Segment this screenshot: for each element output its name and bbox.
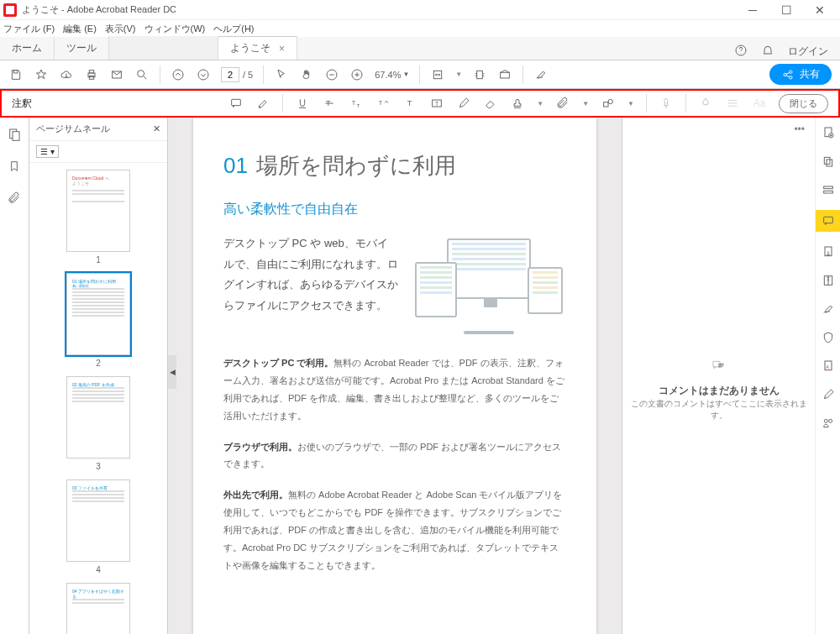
svg-text:T: T — [379, 99, 383, 107]
mail-icon[interactable] — [109, 67, 124, 82]
tab-document-label: ようこそ — [230, 41, 270, 55]
highlight-icon[interactable] — [255, 96, 270, 111]
zoom-level[interactable]: 67.4% ▼ — [375, 70, 409, 80]
search-icon[interactable] — [134, 67, 150, 82]
doc-subheading: 高い柔軟性で自由自在 — [223, 201, 566, 218]
comments-options-icon[interactable]: ••• — [794, 123, 805, 135]
thumbnail-panel-title: ページサムネール — [36, 123, 110, 135]
menu-window[interactable]: ウィンドウ(W) — [144, 23, 206, 35]
rtool-export-icon[interactable]: A — [820, 358, 837, 375]
bell-icon[interactable] — [761, 44, 774, 60]
print-icon[interactable] — [84, 67, 99, 82]
thumbnail-options-icon[interactable]: ☰ ▾ — [36, 145, 59, 158]
rtool-protect-icon[interactable] — [820, 329, 837, 346]
page-input[interactable] — [221, 67, 239, 82]
window-title: ようこそ - Adobe Acrobat Reader DC — [22, 3, 736, 16]
menu-view[interactable]: 表示(V) — [105, 23, 136, 35]
doc-heading: 01場所を問わずに利用 — [223, 151, 566, 181]
svg-point-16 — [790, 71, 792, 73]
login-link[interactable]: ログイン — [788, 45, 828, 59]
rtool-compress-icon[interactable] — [820, 272, 837, 289]
comment-icon[interactable] — [228, 96, 244, 111]
line-weight-icon[interactable] — [725, 96, 740, 111]
thumb-3[interactable]: 02 最高の PDF を作成3 — [66, 376, 130, 471]
svg-text:T: T — [357, 103, 360, 108]
tab-home[interactable]: ホーム — [0, 36, 55, 60]
menu-help[interactable]: ヘルプ(H) — [213, 23, 254, 35]
document-view[interactable]: ◀ 01場所を問わずに利用 高い柔軟性で自由自在 デスクトップ PC や web… — [168, 118, 622, 634]
save-icon[interactable] — [8, 67, 24, 82]
color-icon[interactable] — [698, 96, 713, 111]
thumbnail-panel-close-icon[interactable]: ✕ — [153, 123, 160, 134]
pointer-icon[interactable] — [274, 67, 289, 82]
thumb-5[interactable]: 04 アプリをすばやく起動する5 — [66, 583, 130, 634]
annotation-toolbar: 注釈 T TT T T T ▼ ▼ ▼ Aa 閉じる — [0, 89, 840, 118]
svg-point-8 — [173, 70, 183, 80]
text-underline-icon[interactable] — [295, 96, 310, 111]
tab-document[interactable]: ようこそ × — [218, 36, 297, 60]
thumb-1[interactable]: Document Cloud へようこそ1 — [66, 170, 130, 265]
pencil-icon[interactable] — [456, 96, 471, 111]
rtool-edit-icon[interactable] — [820, 181, 837, 198]
doc-para-1: デスクトップ PC で利用。無料の Acrobat Reader では、PDF … — [223, 354, 566, 425]
attach-icon[interactable] — [555, 96, 570, 111]
fit-page-icon[interactable] — [472, 67, 487, 82]
text-insert-icon[interactable]: T — [375, 96, 391, 111]
bookmark-icon[interactable] — [6, 158, 23, 175]
font-icon[interactable]: Aa — [752, 96, 767, 111]
stamp-icon[interactable] — [510, 96, 525, 111]
page-up-icon[interactable] — [171, 67, 186, 82]
thumbnails-icon[interactable] — [6, 126, 23, 143]
menu-file[interactable]: ファイル (F) — [3, 23, 55, 35]
shapes-icon[interactable] — [601, 96, 616, 111]
hand-icon[interactable] — [299, 67, 314, 82]
thumbnail-list: Document Cloud へようこそ1 01 場所を問わずに利用高い柔軟性2… — [29, 163, 167, 634]
thumb-2[interactable]: 01 場所を問わずに利用高い柔軟性2 — [66, 273, 130, 368]
tab-close-icon[interactable]: × — [279, 43, 285, 55]
close-window-button[interactable]: ✕ — [803, 0, 837, 20]
share-button[interactable]: 共有 — [769, 64, 832, 85]
page-down-icon[interactable] — [196, 67, 211, 82]
maximize-button[interactable]: ☐ — [769, 0, 803, 20]
zoom-in-icon[interactable] — [349, 67, 365, 82]
star-icon[interactable] — [34, 67, 49, 82]
rtool-organize-icon[interactable] — [820, 244, 837, 260]
help-icon[interactable] — [734, 44, 748, 60]
text-strikethrough-icon[interactable]: T — [322, 96, 337, 111]
text-replace-icon[interactable]: TT — [349, 96, 364, 111]
fit-width-icon[interactable] — [430, 67, 445, 82]
tab-tools[interactable]: ツール — [55, 36, 109, 60]
right-tool-rail: A — [815, 118, 840, 634]
menu-edit[interactable]: 編集 (E) — [63, 23, 97, 35]
annotation-label: 注釈 — [12, 97, 32, 111]
rtool-more-icon[interactable] — [820, 415, 837, 432]
attachments-icon[interactable] — [6, 190, 23, 207]
sign-icon[interactable] — [533, 67, 549, 82]
svg-text:T: T — [352, 99, 356, 107]
rtool-sign-icon[interactable] — [820, 386, 837, 403]
comments-empty-state: コメントはまだありません この文書のコメントはすべてここに表示されます。 — [622, 359, 815, 422]
cloud-icon[interactable] — [59, 67, 74, 82]
eraser-icon[interactable] — [483, 96, 498, 111]
doc-para-2: ブラウザで利用。お使いのブラウザで、一部の PDF および署名ツールにアクセスで… — [223, 438, 566, 474]
text-icon[interactable]: T — [402, 96, 417, 111]
read-mode-icon[interactable] — [497, 67, 512, 82]
zoom-out-icon[interactable] — [324, 67, 339, 82]
collapse-panel-icon[interactable]: ◀ — [168, 355, 176, 389]
rtool-comment-icon[interactable] — [816, 210, 841, 232]
svg-rect-18 — [232, 99, 241, 105]
rtool-fill-sign-icon[interactable] — [820, 301, 837, 317]
svg-rect-29 — [13, 132, 19, 141]
title-bar: ようこそ - Adobe Acrobat Reader DC ─ ☐ ✕ — [0, 0, 840, 20]
svg-rect-13 — [477, 71, 483, 78]
svg-point-15 — [784, 73, 786, 76]
textbox-icon[interactable]: T — [429, 96, 444, 111]
main-toolbar: / 5 67.4% ▼ ▼ 共有 — [0, 60, 840, 89]
tab-blank[interactable]: · — [109, 36, 218, 60]
rtool-combine-icon[interactable] — [820, 153, 837, 170]
minimize-button[interactable]: ─ — [736, 0, 769, 20]
pin-icon[interactable] — [659, 96, 674, 111]
thumb-4[interactable]: 03 ファイルを共有4 — [66, 479, 130, 574]
annotation-close-button[interactable]: 閉じる — [779, 94, 828, 113]
rtool-create-icon[interactable] — [820, 124, 837, 141]
